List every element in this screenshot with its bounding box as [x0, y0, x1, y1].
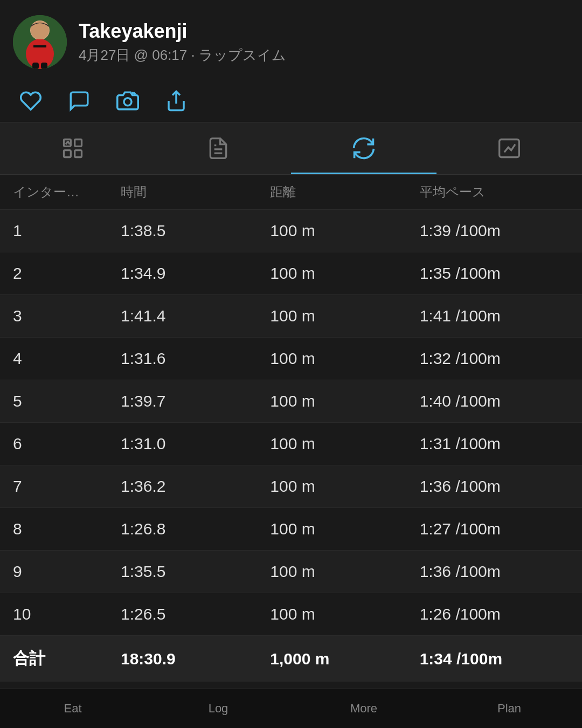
time-cell: 1:34.9	[121, 264, 270, 283]
pace-cell: 1:40 /100m	[420, 392, 569, 410]
table-row: 91:35.5100 m1:36 /100m	[0, 551, 582, 593]
svg-line-9	[134, 92, 136, 94]
comment-button[interactable]	[68, 90, 91, 112]
svg-rect-13	[64, 150, 71, 157]
time-cell: 1:26.8	[121, 520, 270, 538]
pace-cell: 1:39 /100m	[420, 222, 569, 240]
distance-cell: 100 m	[270, 264, 419, 283]
pace-cell: 1:35 /100m	[420, 264, 569, 283]
activity-meta: 4月27日 @ 06:17 · ラップスイム	[79, 46, 286, 65]
table-row: 31:41.4100 m1:41 /100m	[0, 295, 582, 338]
svg-point-7	[124, 98, 131, 106]
time-cell: 1:38.5	[121, 222, 270, 240]
avatar	[13, 15, 67, 69]
bottom-nav-eat[interactable]: Eat	[0, 689, 146, 728]
tab-stats[interactable]	[146, 122, 291, 174]
total-distance: 1,000 m	[270, 650, 419, 668]
table-header-row: インター… 時間 距離 平均ペース	[0, 175, 582, 210]
distance-cell: 100 m	[270, 435, 419, 453]
bottom-nav: Eat Log More Plan	[0, 689, 582, 728]
table-row: 21:34.9100 m1:35 /100m	[0, 252, 582, 295]
interval-cell: 6	[13, 435, 121, 453]
total-time: 18:30.9	[121, 650, 270, 668]
pace-cell: 1:27 /100m	[420, 520, 569, 538]
table-row: 61:31.0100 m1:31 /100m	[0, 423, 582, 465]
bottom-nav-more-label: More	[350, 702, 377, 716]
interval-cell: 3	[13, 307, 121, 325]
interval-cell: 10	[13, 605, 121, 623]
distance-cell: 100 m	[270, 605, 419, 623]
interval-cell: 2	[13, 264, 121, 283]
time-cell: 1:36.2	[121, 477, 270, 496]
svg-rect-6	[41, 63, 47, 69]
svg-rect-5	[32, 63, 39, 69]
pace-cell: 1:31 /100m	[420, 435, 569, 453]
interval-cell: 1	[13, 222, 121, 240]
interval-cell: 9	[13, 562, 121, 581]
time-cell: 1:31.6	[121, 349, 270, 368]
bottom-nav-plan-label: Plan	[497, 702, 521, 716]
distance-cell: 100 m	[270, 477, 419, 496]
bottom-nav-log[interactable]: Log	[146, 689, 291, 728]
laps-table: インター… 時間 距離 平均ペース 11:38.5100 m1:39 /100m…	[0, 175, 582, 682]
bottom-nav-eat-label: Eat	[64, 702, 81, 716]
svg-point-3	[31, 21, 49, 39]
interval-cell: 5	[13, 392, 121, 410]
table-row: 41:31.6100 m1:32 /100m	[0, 338, 582, 380]
time-cell: 1:39.7	[121, 392, 270, 410]
svg-rect-12	[75, 140, 82, 147]
time-cell: 1:41.4	[121, 307, 270, 325]
svg-rect-14	[75, 150, 82, 157]
svg-rect-4	[33, 45, 46, 47]
tabs-bar	[0, 122, 582, 175]
bottom-nav-more[interactable]: More	[291, 689, 436, 728]
distance-cell: 100 m	[270, 392, 419, 410]
table-row: 81:26.8100 m1:27 /100m	[0, 508, 582, 551]
camera-button[interactable]	[116, 90, 139, 112]
tab-graph[interactable]	[436, 122, 582, 174]
total-pace: 1:34 /100m	[420, 650, 569, 668]
tab-map[interactable]	[0, 122, 146, 174]
distance-cell: 100 m	[270, 520, 419, 538]
svg-line-16	[68, 141, 70, 145]
share-button[interactable]	[165, 90, 188, 112]
interval-cell: 8	[13, 520, 121, 538]
username: Takeyakenji	[79, 20, 286, 43]
bottom-nav-log-label: Log	[209, 702, 228, 716]
interval-cell: 4	[13, 349, 121, 368]
action-bar	[0, 80, 582, 122]
table-row: 51:39.7100 m1:40 /100m	[0, 380, 582, 423]
total-row: 合計 18:30.9 1,000 m 1:34 /100m	[0, 636, 582, 682]
header-info: Takeyakenji 4月27日 @ 06:17 · ラップスイム	[79, 20, 286, 65]
time-cell: 1:35.5	[121, 562, 270, 581]
time-cell: 1:26.5	[121, 605, 270, 623]
col-header-distance: 距離	[270, 183, 419, 201]
bottom-nav-plan[interactable]: Plan	[436, 689, 582, 728]
like-button[interactable]	[19, 90, 42, 112]
pace-cell: 1:32 /100m	[420, 349, 569, 368]
col-header-time: 時間	[121, 183, 270, 201]
distance-cell: 100 m	[270, 562, 419, 581]
pace-cell: 1:41 /100m	[420, 307, 569, 325]
col-header-pace: 平均ペース	[420, 183, 569, 201]
time-cell: 1:31.0	[121, 435, 270, 453]
pace-cell: 1:26 /100m	[420, 605, 569, 623]
svg-point-2	[26, 39, 54, 69]
distance-cell: 100 m	[270, 222, 419, 240]
pace-cell: 1:36 /100m	[420, 562, 569, 581]
pace-cell: 1:36 /100m	[420, 477, 569, 496]
table-row: 71:36.2100 m1:36 /100m	[0, 465, 582, 508]
table-row: 11:38.5100 m1:39 /100m	[0, 210, 582, 252]
col-header-interval: インター…	[13, 183, 121, 201]
table-row: 101:26.5100 m1:26 /100m	[0, 593, 582, 636]
distance-cell: 100 m	[270, 349, 419, 368]
interval-cell: 7	[13, 477, 121, 496]
table-body: 11:38.5100 m1:39 /100m21:34.9100 m1:35 /…	[0, 210, 582, 636]
header: Takeyakenji 4月27日 @ 06:17 · ラップスイム	[0, 0, 582, 80]
distance-cell: 100 m	[270, 307, 419, 325]
tab-laps[interactable]	[291, 122, 436, 174]
total-label: 合計	[13, 648, 121, 670]
